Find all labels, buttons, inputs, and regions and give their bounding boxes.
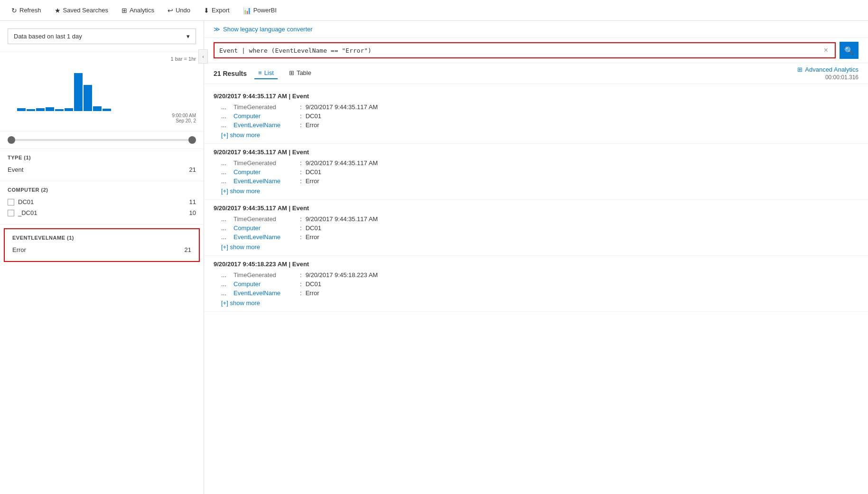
field-expand-dots[interactable]: ... [221, 177, 230, 185]
table-view-tab[interactable]: ⊞ Table [285, 67, 315, 79]
type-filter-name: Event [8, 166, 23, 173]
computer-dc01b-name: _DC01 [18, 209, 37, 216]
field-name[interactable]: Computer [233, 224, 300, 232]
table-icon: ⊞ [289, 69, 294, 76]
slider-thumb-right[interactable] [188, 136, 196, 144]
field-name[interactable]: EventLevelName [233, 233, 300, 241]
show-more-link[interactable]: [+] show more [214, 243, 260, 251]
field-expand-dots[interactable]: ... [221, 224, 230, 232]
field-expand-dots[interactable]: ... [221, 103, 230, 111]
search-clear-button[interactable]: × [822, 46, 830, 55]
field-expand-dots[interactable]: ... [221, 215, 230, 223]
field-value: Error [306, 177, 319, 185]
result-field-row: ...TimeGenerated : 9/20/2017 9:44:35.117… [214, 103, 859, 112]
field-separator: : [300, 215, 302, 223]
field-value: DC01 [306, 112, 321, 120]
show-more-link[interactable]: [+] show more [214, 131, 260, 139]
field-expand-dots[interactable]: ... [221, 112, 230, 120]
field-separator: : [300, 177, 302, 185]
show-more-link[interactable]: [+] show more [214, 187, 260, 195]
show-more-link[interactable]: [+] show more [214, 299, 260, 307]
bar-10 [103, 109, 111, 111]
bar-7 [74, 73, 83, 111]
undo-icon: ↩ [168, 7, 173, 14]
computer-dc01-checkbox[interactable] [8, 199, 14, 205]
table-tab-label: Table [297, 69, 311, 76]
chart-bar-label: 1 bar = 1hr [8, 56, 196, 62]
field-name[interactable]: Computer [233, 168, 300, 176]
field-separator: : [300, 112, 302, 120]
advanced-analytics-label: Advanced Analytics [805, 66, 859, 73]
type-filter-count: 21 [189, 166, 196, 173]
field-expand-dots[interactable]: ... [221, 289, 230, 297]
advanced-analytics-link[interactable]: ⊞ Advanced Analytics [797, 66, 859, 73]
eventlevelname-filter-item-error: Error 21 [12, 244, 191, 255]
field-separator: : [300, 103, 302, 111]
undo-label: Undo [176, 7, 190, 14]
bar-chart [8, 64, 196, 111]
field-expand-dots[interactable]: ... [221, 233, 230, 241]
field-value: Error [306, 121, 319, 129]
legacy-bar: ≫ Show legacy language converter [204, 21, 868, 38]
search-input-wrapper: × [214, 42, 836, 58]
results-left: 21 Results ≡ List ⊞ Table [214, 67, 315, 79]
data-range-container: Data based on last 1 day ▾ [0, 21, 204, 52]
field-expand-dots[interactable]: ... [221, 280, 230, 288]
search-input[interactable] [219, 47, 822, 54]
field-name[interactable]: Computer [233, 280, 300, 288]
saved-searches-button[interactable]: ★ Saved Searches [49, 4, 114, 17]
list-icon: ≡ [258, 69, 262, 76]
field-expand-dots[interactable]: ... [221, 271, 230, 279]
result-item: 9/20/2017 9:45:18.223 AM | Event...TimeG… [204, 256, 868, 312]
refresh-button[interactable]: ↻ Refresh [6, 4, 47, 17]
legacy-link[interactable]: ≫ Show legacy language converter [214, 26, 859, 33]
list-view-tab[interactable]: ≡ List [254, 67, 278, 79]
bar-8 [84, 85, 92, 111]
timing-text: 00:00:01.316 [797, 74, 859, 81]
bar-3 [36, 108, 45, 111]
field-expand-dots[interactable]: ... [221, 121, 230, 129]
field-name[interactable]: EventLevelName [233, 289, 300, 297]
slider-thumb-left[interactable] [8, 136, 15, 144]
powerbi-button[interactable]: 📊 PowerBI [237, 4, 282, 17]
field-expand-dots[interactable]: ... [221, 159, 230, 167]
legacy-link-label: Show legacy language converter [223, 26, 313, 33]
field-name[interactable]: EventLevelName [233, 121, 300, 129]
analytics-button[interactable]: ⊞ Analytics [116, 4, 160, 17]
field-name[interactable]: EventLevelName [233, 177, 300, 185]
search-bar-container: × 🔍 [204, 38, 868, 63]
field-separator: : [300, 121, 302, 129]
result-field-row: ...Computer : DC01 [214, 168, 859, 177]
star-icon: ★ [55, 7, 61, 14]
export-icon: ⬇ [204, 7, 209, 14]
field-value: 9/20/2017 9:45:18.223 AM [306, 271, 378, 279]
field-name[interactable]: Computer [233, 112, 300, 120]
bar-5 [55, 109, 64, 111]
search-run-button[interactable]: 🔍 [840, 42, 859, 59]
undo-button[interactable]: ↩ Undo [162, 4, 196, 17]
result-field-row: ...Computer : DC01 [214, 280, 859, 289]
eventlevelname-error-count: 21 [185, 246, 191, 253]
sidebar-collapse-button[interactable]: ‹ [198, 49, 208, 64]
refresh-label: Refresh [19, 7, 41, 14]
computer-filter-section: COMPUTER (2) DC01 11 _DC01 10 [0, 181, 204, 224]
result-field-row: ...EventLevelName : Error [214, 233, 859, 242]
result-header: 9/20/2017 9:45:18.223 AM | Event [214, 261, 859, 268]
field-separator: : [300, 271, 302, 279]
dropdown-arrow-icon: ▾ [187, 33, 190, 40]
chart-time-label: 9:00:00 AM Sep 20, 2 [8, 113, 196, 123]
type-filter-title: TYPE (1) [8, 155, 196, 160]
powerbi-label: PowerBI [253, 7, 277, 14]
results-list: 9/20/2017 9:44:35.117 AM | Event...TimeG… [204, 84, 868, 494]
computer-filter-title: COMPUTER (2) [8, 187, 196, 193]
computer-dc01b-checkbox[interactable] [8, 210, 14, 216]
data-range-dropdown[interactable]: Data based on last 1 day ▾ [8, 28, 196, 44]
field-expand-dots[interactable]: ... [221, 168, 230, 176]
results-right: ⊞ Advanced Analytics 00:00:01.316 [797, 66, 859, 81]
type-filter-item-event: Event 21 [8, 164, 196, 175]
export-button[interactable]: ⬇ Export [198, 4, 235, 17]
field-value: Error [306, 289, 319, 297]
bar-2 [27, 109, 35, 111]
result-field-row: ...EventLevelName : Error [214, 121, 859, 130]
bar-6 [65, 108, 73, 111]
